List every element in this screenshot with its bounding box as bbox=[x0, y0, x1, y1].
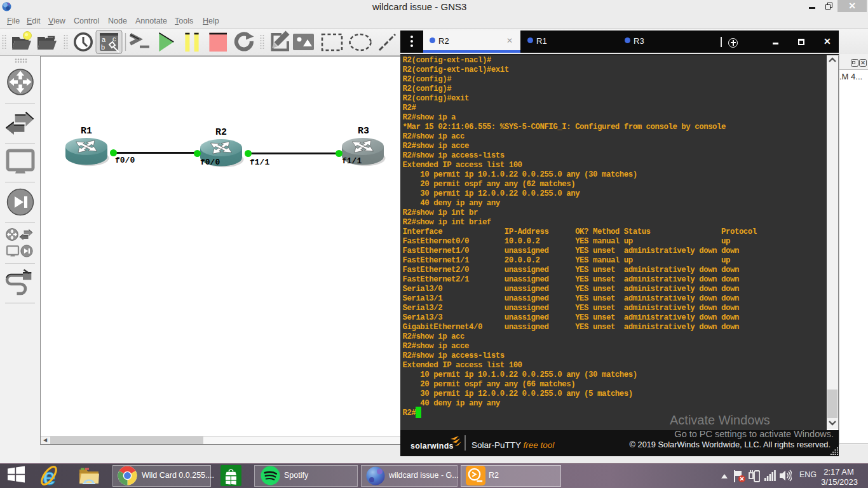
svg-text:a: a bbox=[102, 36, 106, 43]
svg-text:c: c bbox=[112, 35, 116, 43]
svg-text:b: b bbox=[101, 43, 105, 51]
